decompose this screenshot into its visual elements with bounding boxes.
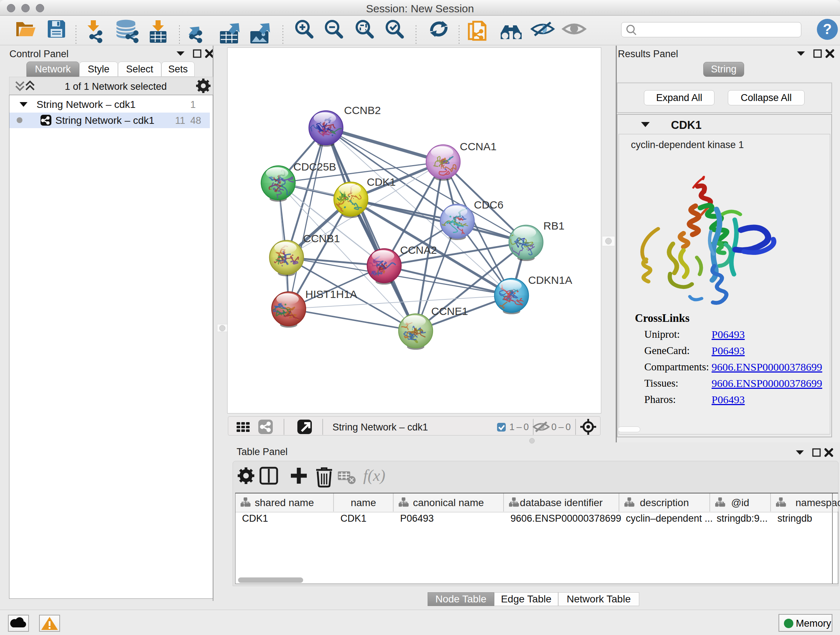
svg-text:1: 1 bbox=[190, 99, 196, 110]
svg-text:48: 48 bbox=[190, 115, 201, 126]
svg-text:1 – 0: 1 – 0 bbox=[509, 421, 529, 432]
svg-text:1 of 1 Network selected: 1 of 1 Network selected bbox=[65, 81, 167, 92]
svg-text:RB1: RB1 bbox=[543, 220, 564, 232]
svg-text:CDK1: CDK1 bbox=[671, 119, 701, 131]
svg-text:String Network – cdk1: String Network – cdk1 bbox=[332, 422, 428, 432]
svg-text:CCNA2: CCNA2 bbox=[400, 244, 437, 256]
svg-text:f(x): f(x) bbox=[363, 467, 385, 485]
svg-text:CDK1: CDK1 bbox=[367, 176, 396, 188]
svg-text:CDKN1A: CDKN1A bbox=[528, 274, 572, 286]
svg-text:?: ? bbox=[823, 21, 832, 37]
svg-text:String Network – cdk1: String Network – cdk1 bbox=[36, 99, 136, 110]
svg-text:HIST1H1A: HIST1H1A bbox=[305, 288, 357, 300]
svg-text:String Network – cdk1: String Network – cdk1 bbox=[55, 115, 155, 126]
svg-text:CCNB2: CCNB2 bbox=[344, 104, 381, 116]
svg-text:CCNE1: CCNE1 bbox=[431, 305, 468, 317]
svg-text:CCNB1: CCNB1 bbox=[303, 233, 340, 244]
svg-text:CDC6: CDC6 bbox=[474, 199, 504, 211]
svg-text:0 – 0: 0 – 0 bbox=[551, 421, 571, 432]
svg-text:CDC25B: CDC25B bbox=[294, 161, 336, 173]
svg-text:11: 11 bbox=[175, 115, 185, 126]
svg-text:CCNA1: CCNA1 bbox=[460, 141, 497, 152]
